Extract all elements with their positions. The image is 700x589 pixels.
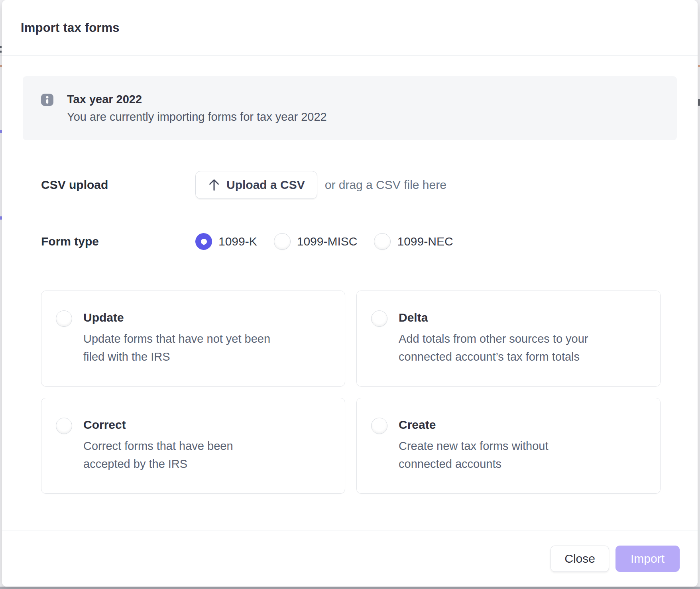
card-description: Create new tax forms without connected a… [399,437,549,473]
page-edge-left-text-line [0,46,2,48]
csv-upload-row: CSV upload Upload a CSV or drag a CSV fi… [41,171,446,199]
radio-circle-icon[interactable] [374,233,391,250]
form-type-label: Form type [41,235,195,248]
drag-csv-hint: or drag a CSV file here [325,178,446,192]
dialog-title: Import tax forms [21,0,120,55]
radio-circle-icon[interactable] [56,418,72,434]
mode-card-delta[interactable]: Delta Add totals from other sources to y… [356,291,661,387]
card-text: Update Update forms that have not yet be… [83,309,270,366]
page-edge-right [698,0,700,589]
form-type-row: Form type 1099-K 1099-MISC 1099-NEC [41,232,470,251]
radio-circle-icon[interactable] [274,233,291,250]
import-tax-forms-dialog: Import tax forms Tax year 2022 You are c… [2,0,698,587]
card-description: Add totals from other sources to your co… [399,330,588,366]
card-title: Correct [83,416,233,433]
radio-1099-k[interactable]: 1099-K [195,233,257,250]
radio-circle-icon[interactable] [371,310,387,327]
card-description: Update forms that have not yet been file… [83,330,270,366]
mode-card-update[interactable]: Update Update forms that have not yet be… [41,291,345,387]
close-button[interactable]: Close [551,546,609,572]
card-text: Delta Add totals from other sources to y… [399,309,588,366]
upload-arrow-icon [208,178,220,192]
card-title: Delta [399,309,588,326]
radio-circle-icon[interactable] [371,418,387,434]
radio-circle-icon[interactable] [56,310,72,327]
csv-upload-label: CSV upload [41,178,195,192]
radio-label[interactable]: 1099-MISC [297,235,358,248]
dialog-footer: Close Import [2,530,698,587]
page-edge-bottom [0,587,700,589]
dialog-header: Import tax forms [2,0,698,56]
info-icon [41,94,53,106]
radio-1099-misc[interactable]: 1099-MISC [274,233,358,250]
radio-label[interactable]: 1099-NEC [397,235,453,248]
import-mode-cards: Update Update forms that have not yet be… [41,291,661,494]
upload-csv-button[interactable]: Upload a CSV [195,171,317,199]
page-edge-left-text-line [0,51,2,53]
mode-card-create[interactable]: Create Create new tax forms without conn… [356,398,661,494]
mode-card-correct[interactable]: Correct Correct forms that have been acc… [41,398,345,494]
radio-label[interactable]: 1099-K [218,235,257,248]
import-button[interactable]: Import [615,546,680,572]
card-description: Correct forms that have been accepted by… [83,437,233,473]
scrollbar-thumb[interactable] [698,99,700,106]
upload-button-label: Upload a CSV [226,178,305,192]
card-title: Create [399,416,549,433]
form-type-radio-group: 1099-K 1099-MISC 1099-NEC [195,233,470,250]
card-text: Create Create new tax forms without conn… [399,416,549,473]
radio-1099-nec[interactable]: 1099-NEC [374,233,453,250]
page-edge-right-orange-mark [698,65,700,67]
radio-circle-icon[interactable] [195,233,212,250]
notice-title: Tax year 2022 [67,92,327,106]
notice-text: Tax year 2022 You are currently importin… [67,92,327,124]
card-title: Update [83,309,270,326]
tax-year-notice: Tax year 2022 You are currently importin… [23,76,677,140]
card-text: Correct Correct forms that have been acc… [83,416,233,473]
notice-description: You are currently importing forms for ta… [67,110,327,124]
